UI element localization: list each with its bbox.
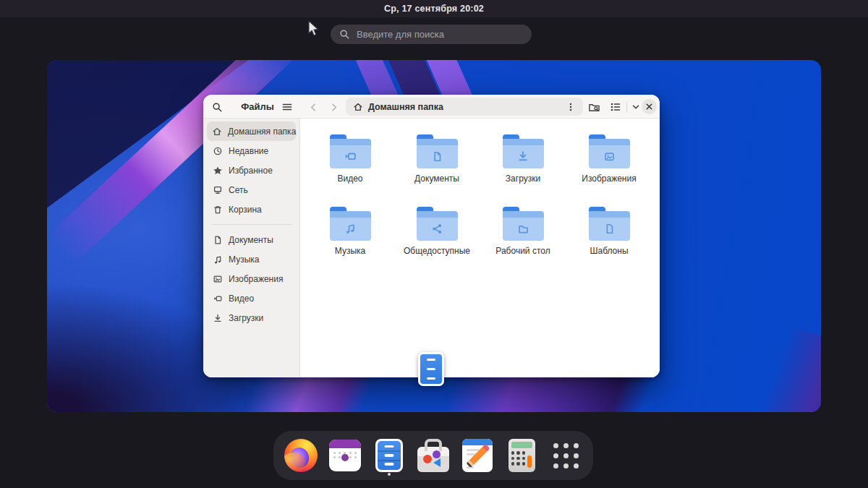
folder-item-pictures[interactable]: Изображения (571, 134, 647, 184)
sidebar-item-downloads[interactable]: Загрузки (207, 308, 296, 328)
folder-item-music[interactable]: Музыка (312, 207, 388, 256)
template-glyph-icon (589, 216, 630, 241)
trash-icon (212, 205, 223, 215)
sidebar-item-pictures[interactable]: Изображения (207, 269, 296, 288)
sidebar-item-trash[interactable]: Корзина (207, 200, 296, 219)
dock-item-text-editor[interactable] (460, 435, 495, 476)
music-glyph-icon (330, 216, 371, 241)
current-location: Домашняя папка (368, 102, 559, 112)
divider (626, 101, 627, 113)
star-icon (212, 166, 223, 176)
search-button[interactable] (208, 98, 226, 116)
sidebar-item-label: Изображения (229, 274, 283, 284)
software-icon (417, 447, 449, 472)
home-icon (353, 102, 363, 112)
firefox-icon (284, 439, 318, 472)
files-window[interactable]: Файлы Домашняя папка (203, 95, 660, 377)
running-indicator (388, 473, 391, 476)
kebab-menu-icon[interactable] (564, 100, 577, 114)
dock-item-firefox[interactable] (284, 435, 318, 476)
sidebar-item-label: Документы (229, 235, 273, 245)
sidebar-item-label: Домашняя папка (228, 127, 296, 137)
header-bar: Файлы Домашняя папка (203, 95, 660, 119)
folder-icon (417, 207, 458, 241)
folder-icon (330, 134, 371, 168)
dock-item-files[interactable] (372, 435, 407, 476)
folder-item-templates[interactable]: Шаблоны (571, 207, 647, 256)
image-glyph-icon (589, 144, 630, 168)
search-icon (339, 29, 350, 40)
wallpaper-ribbon (742, 325, 821, 412)
sidebar-item-recent[interactable]: Недавние (207, 141, 296, 160)
folder-icon (503, 134, 544, 168)
sidebar-item-starred[interactable]: Избранное (207, 160, 296, 180)
sidebar-item-home[interactable]: Домашняя папка (207, 121, 296, 141)
folder-label: Музыка (335, 246, 365, 256)
forward-button[interactable] (325, 98, 342, 116)
clock[interactable]: Ср, 17 сентября 20:02 (384, 4, 484, 14)
back-button[interactable] (305, 98, 322, 116)
folder-label: Изображения (582, 174, 636, 184)
file-cabinet-icon (420, 354, 442, 384)
sidebar-item-label: Корзина (229, 205, 262, 215)
search-folder-button[interactable] (585, 98, 603, 116)
folder-item-downloads[interactable]: Загрузки (485, 134, 561, 184)
folder-icon (503, 207, 544, 241)
app-grid-icon (553, 443, 579, 468)
music-icon (212, 254, 223, 265)
window-app-icon-files[interactable] (418, 352, 444, 386)
hamburger-menu-button[interactable] (278, 98, 296, 116)
sidebar-separator (211, 224, 292, 225)
home-icon (212, 127, 222, 137)
sidebar-item-videos[interactable]: Видео (207, 288, 296, 308)
document-icon (212, 235, 223, 245)
folder-label: Загрузки (506, 174, 540, 184)
close-button[interactable] (642, 99, 657, 114)
dock-item-software[interactable] (416, 435, 451, 476)
document-glyph-icon (417, 144, 458, 168)
sidebar-item-label: Недавние (229, 146, 268, 156)
video-icon (212, 294, 223, 304)
share-glyph-icon (417, 216, 458, 241)
overview-search-input[interactable]: Введите для поиска (331, 25, 532, 44)
download-icon (212, 313, 223, 323)
text-editor-icon (462, 439, 493, 472)
sidebar: Домашняя папка Недавние Избранное Сеть К… (203, 119, 300, 377)
sidebar-item-network[interactable]: Сеть (207, 180, 296, 200)
folder-item-public[interactable]: Общедоступные (399, 207, 475, 256)
view-options-button[interactable] (629, 98, 643, 116)
calculator-icon (509, 439, 535, 472)
calendar-icon (329, 440, 361, 471)
folder-icon (417, 134, 458, 168)
dock (273, 431, 593, 480)
dock-item-calendar[interactable] (328, 435, 362, 476)
clock-icon (212, 146, 223, 156)
folder-label: Шаблоны (590, 246, 628, 256)
dock-item-app-grid[interactable] (548, 435, 583, 476)
sidebar-item-documents[interactable]: Документы (207, 230, 296, 249)
folder-icon (589, 134, 630, 168)
sidebar-item-label: Избранное (229, 166, 273, 176)
sidebar-item-label: Сеть (229, 185, 248, 195)
file-grid: Видео Документы Загрузки Изображения (301, 119, 660, 377)
folder-item-desktop[interactable]: Рабочий стол (485, 207, 561, 256)
folder-label: Общедоступные (404, 246, 470, 256)
files-icon (375, 439, 403, 472)
image-icon (212, 274, 223, 284)
path-bar[interactable]: Домашняя папка (346, 98, 583, 116)
folder-item-video[interactable]: Видео (312, 134, 388, 184)
folder-glyph-icon (503, 216, 544, 241)
dock-item-calculator[interactable] (504, 435, 539, 476)
folder-item-documents[interactable]: Документы (399, 134, 475, 184)
folder-icon (330, 207, 371, 241)
sidebar-item-music[interactable]: Музыка (207, 249, 296, 269)
download-glyph-icon (503, 144, 544, 168)
folder-label: Документы (414, 174, 459, 184)
sidebar-item-label: Музыка (229, 254, 259, 265)
top-bar: Ср, 17 сентября 20:02 (0, 0, 868, 17)
list-view-button[interactable] (607, 98, 624, 116)
workspace-preview[interactable]: Файлы Домашняя папка (47, 60, 821, 412)
window-title: Файлы (229, 95, 286, 119)
video-glyph-icon (330, 144, 371, 168)
sidebar-item-label: Загрузки (229, 313, 263, 323)
